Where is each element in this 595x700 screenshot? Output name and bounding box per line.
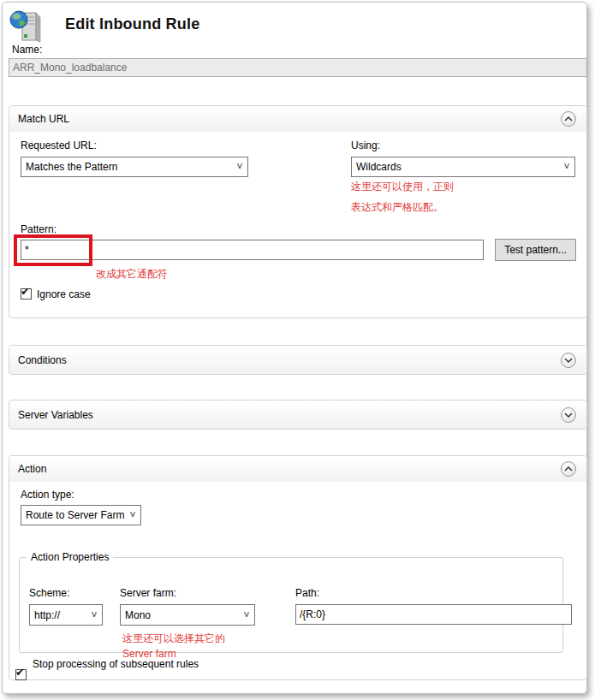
stop-processing-label: Stop processing of subsequent rules [33,658,199,670]
dropdown-arrow-icon: ˅ [239,610,254,620]
test-pattern-button[interactable]: Test pattern... [495,239,576,261]
server-farm-annotation-line1: 这里还可以选择其它的 [122,632,225,646]
red-highlight-rectangle [14,234,92,266]
dropdown-arrow-icon: ˅ [232,162,247,172]
action-header[interactable]: Action [9,456,586,482]
server-farm-label: Server farm: [120,587,176,599]
using-select[interactable]: Wildcards ˅ [351,157,575,177]
edit-inbound-rule-dialog: Edit Inbound Rule Name: Match URL Reques… [0,0,595,700]
scheme-value: http:// [34,609,86,621]
server-variables-header[interactable]: Server Variables [9,400,586,429]
scheme-select[interactable]: http:// ˅ [29,604,103,626]
conditions-title: Conditions [18,354,67,366]
collapse-button[interactable] [561,111,576,127]
server-variables-title: Server Variables [18,409,93,421]
chevron-down-icon [564,358,573,363]
name-input[interactable] [9,58,587,77]
server-farm-select[interactable]: Mono ˅ [120,604,255,626]
action-title: Action [18,463,46,475]
using-label: Using: [351,139,380,151]
requested-url-select[interactable]: Matches the Pattern ˅ [21,157,248,177]
action-type-select[interactable]: Route to Server Farm ˅ [21,505,141,525]
requested-url-value: Matches the Pattern [26,161,232,173]
path-input[interactable] [295,604,572,625]
globe [10,11,27,28]
dropdown-arrow-icon: ˅ [86,610,102,620]
server-farm-annotation-line2: Server farm [122,648,176,660]
chevron-up-icon [564,116,573,122]
server-farm-value: Mono [125,609,239,621]
chevron-up-icon [564,466,573,472]
name-label: Name: [12,44,42,56]
ignore-case-checkbox[interactable]: ✔ [21,288,32,300]
globe-server-icon [9,9,45,45]
using-value: Wildcards [356,161,559,173]
pattern-label: Pattern: [21,223,57,235]
expand-button[interactable] [561,407,576,423]
match-url-header[interactable]: Match URL [9,106,586,132]
scheme-label: Scheme: [29,587,69,599]
conditions-panel: Conditions [9,345,587,375]
using-annotation-line2: 表达式和严格匹配。 [351,200,443,215]
dropdown-arrow-icon: ˅ [559,162,574,172]
collapse-button[interactable] [561,461,576,477]
using-annotation-line1: 这里还可以使用，正则 [351,180,454,194]
checkmark-icon: ✔ [21,285,30,298]
page-title: Edit Inbound Rule [65,15,199,33]
action-properties-legend: Action Properties [27,551,113,563]
expand-button[interactable] [561,353,576,368]
pattern-annotation: 改成其它通配符 [96,267,168,282]
stop-processing-checkbox[interactable]: ✔ [15,669,27,680]
chevron-down-icon [564,412,573,418]
dropdown-arrow-icon: ˅ [125,510,140,520]
match-url-title: Match URL [18,113,69,125]
conditions-header[interactable]: Conditions [9,346,586,374]
checkmark-icon: ✔ [15,666,25,679]
server-variables-panel: Server Variables [9,400,587,430]
requested-url-label: Requested URL: [21,139,97,151]
match-url-panel: Match URL [9,105,587,318]
action-type-value: Route to Server Farm [26,509,125,521]
path-label: Path: [295,587,319,599]
ignore-case-label: Ignore case [37,288,91,300]
action-type-label: Action type: [21,489,74,501]
